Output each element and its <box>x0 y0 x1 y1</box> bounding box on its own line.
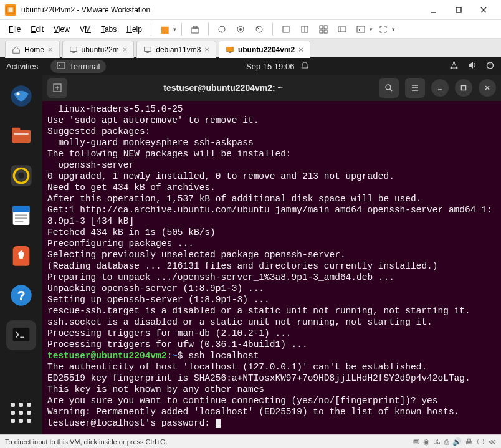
unity-button[interactable] <box>334 21 350 37</box>
snapshot-manager-button[interactable] <box>232 21 249 37</box>
clock-label[interactable]: Sep 15 19:06 <box>246 62 294 71</box>
menu-vm[interactable]: VM <box>76 22 95 36</box>
svg-point-35 <box>17 92 20 95</box>
vmware-logo-icon <box>5 4 16 16</box>
vmware-window-title: ubuntu2204vm2 - VMware Workstation <box>21 6 421 14</box>
svg-rect-21 <box>357 26 365 32</box>
new-tab-button[interactable] <box>47 78 67 98</box>
dock-show-apps-button[interactable] <box>6 398 36 428</box>
vmware-statusbar: To direct input to this VM, click inside… <box>0 434 501 448</box>
svg-rect-16 <box>324 26 327 29</box>
volume-icon[interactable] <box>467 60 477 72</box>
snapshot-button[interactable] <box>214 21 230 37</box>
network-device-icon[interactable]: 🖧 <box>433 437 441 446</box>
svg-rect-6 <box>191 28 199 33</box>
tab-label: ubuntu22m <box>82 45 119 54</box>
term-close-button[interactable] <box>479 79 496 97</box>
tab-close-icon[interactable]: × <box>123 45 128 54</box>
cd-icon[interactable]: ◉ <box>423 437 429 446</box>
svg-rect-15 <box>320 26 323 29</box>
usb-icon[interactable]: ⎙ <box>444 437 449 446</box>
vmware-tab-home[interactable]: Home × <box>5 41 60 58</box>
svg-rect-19 <box>338 27 346 32</box>
vmware-tab-vm1[interactable]: ubuntu22m × <box>62 41 135 58</box>
svg-point-10 <box>239 28 242 31</box>
terminal-body[interactable]: linux-headers-5.15.0-25Use 'sudo apt aut… <box>42 101 501 434</box>
minimize-button[interactable] <box>421 1 446 19</box>
menu-file[interactable]: File <box>5 22 24 36</box>
ubuntu-dock: ? <box>0 75 42 434</box>
monitor-icon <box>143 45 152 54</box>
dock-files-icon[interactable] <box>6 121 36 151</box>
dock-help-icon[interactable]: ? <box>6 280 36 310</box>
view-tiles-button[interactable] <box>315 21 332 37</box>
svg-rect-1 <box>9 7 13 12</box>
svg-rect-7 <box>193 26 197 28</box>
view-single-button[interactable] <box>278 21 294 37</box>
dock-libreoffice-writer-icon[interactable] <box>6 201 36 231</box>
network-icon[interactable] <box>449 60 459 72</box>
dock-rhythmbox-icon[interactable] <box>6 161 36 191</box>
svg-text:?: ? <box>17 288 25 303</box>
svg-rect-37 <box>12 128 20 132</box>
revert-button[interactable] <box>251 21 267 37</box>
printer-icon[interactable]: 🖶 <box>465 437 473 446</box>
device-icons[interactable]: ⛃ ◉ 🖧 ⎙ 🔊 🖶 🖵 ≪ <box>413 437 496 446</box>
terminal-icon <box>57 61 65 72</box>
menu-view[interactable]: View <box>50 22 74 36</box>
menu-button[interactable] <box>405 78 425 98</box>
close-button[interactable] <box>471 1 496 19</box>
fullscreen-button[interactable] <box>375 21 391 37</box>
tab-label: debian11vm3 <box>156 45 201 54</box>
svg-rect-28 <box>57 62 65 69</box>
svg-rect-22 <box>70 47 77 51</box>
display-icon[interactable]: 🖵 <box>477 437 484 446</box>
app-menu[interactable]: Terminal <box>50 60 106 73</box>
home-icon <box>12 45 21 54</box>
tab-close-icon[interactable]: × <box>204 45 209 54</box>
dock-software-icon[interactable] <box>6 241 36 270</box>
terminal-title: testuser@ubuntu2204vm2: ~ <box>74 83 373 93</box>
menu-edit[interactable]: Edit <box>27 22 47 36</box>
sound-icon[interactable]: 🔊 <box>452 437 462 446</box>
svg-rect-45 <box>15 217 27 219</box>
term-maximize-button[interactable] <box>455 79 472 97</box>
svg-rect-49 <box>13 328 30 341</box>
svg-point-41 <box>18 173 24 179</box>
chevron-icon[interactable]: ≪ <box>488 437 496 446</box>
svg-rect-60 <box>462 86 466 90</box>
vmware-tab-vm2[interactable]: debian11vm3 × <box>136 41 216 58</box>
activities-button[interactable]: Activities <box>6 62 38 71</box>
svg-rect-17 <box>320 30 323 33</box>
menu-tabs[interactable]: Tabs <box>97 22 120 36</box>
terminal-window: testuser@ubuntu2204vm2: ~ linux-headers-… <box>42 75 501 434</box>
svg-rect-46 <box>15 221 23 222</box>
term-minimize-button[interactable] <box>431 79 449 97</box>
svg-rect-38 <box>14 133 28 135</box>
hdd-icon[interactable]: ⛃ <box>413 437 419 446</box>
tab-label: Home <box>24 45 44 54</box>
dock-terminal-icon[interactable] <box>6 320 36 350</box>
tab-close-icon[interactable]: × <box>48 45 53 54</box>
svg-rect-24 <box>145 47 151 51</box>
console-button[interactable] <box>353 21 369 37</box>
notification-icon[interactable] <box>300 61 309 72</box>
svg-point-54 <box>386 85 391 90</box>
maximize-button[interactable] <box>446 1 471 19</box>
vmware-tab-vm3[interactable]: ubuntu2204vm2 × <box>219 41 310 58</box>
dock-thunderbird-icon[interactable] <box>6 81 36 111</box>
gnome-topbar: Activities Terminal Sep 15 19:06 <box>0 57 501 75</box>
power-icon[interactable] <box>485 60 495 72</box>
guest-display[interactable]: Activities Terminal Sep 15 19:06 ? <box>0 57 501 434</box>
status-hint: To direct input to this VM, click inside… <box>5 438 168 446</box>
svg-rect-12 <box>283 26 289 32</box>
menu-help[interactable]: Help <box>123 22 146 36</box>
pause-button[interactable]: ▮▮ <box>156 21 173 37</box>
vmware-menubar: File Edit View VM Tabs Help ▮▮▾ ▾ ▾ <box>0 20 501 39</box>
vmware-titlebar: ubuntu2204vm2 - VMware Workstation <box>0 0 501 20</box>
monitor-icon <box>69 45 78 54</box>
search-button[interactable] <box>379 78 399 98</box>
tab-close-icon[interactable]: × <box>298 45 303 54</box>
send-ctrl-alt-del-button[interactable] <box>187 21 203 37</box>
view-split-button[interactable] <box>297 21 313 37</box>
